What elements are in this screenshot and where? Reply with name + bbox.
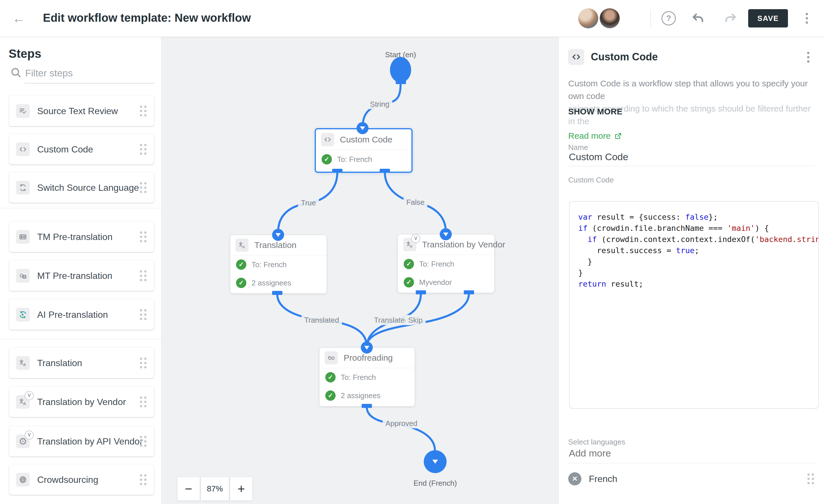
zoom-in-button[interactable]: + [230, 477, 252, 501]
kebab-icon [806, 13, 808, 15]
sidebar-item-label: TM Pre-translation [37, 232, 112, 242]
app-header: ← Edit workflow template: New workflow ?… [0, 0, 824, 37]
mt-pretranslation-icon: GA [16, 269, 30, 283]
panel-menu-button[interactable] [801, 50, 815, 65]
sidebar-item-tm-pretranslation[interactable]: TM Pre-translation [9, 222, 154, 252]
step-inspector-panel: Custom Code Custom Code is a workflow st… [558, 36, 824, 504]
proofreading-icon [325, 351, 338, 365]
sidebar-item-source-text-review[interactable]: Source Text Review [9, 96, 154, 126]
code-editor[interactable]: var result = {success: false};if (crowdi… [569, 201, 819, 409]
languages-underline [568, 463, 815, 464]
input-connector[interactable] [356, 122, 369, 134]
vendor-badge: V [25, 430, 34, 440]
sidebar-item-label: Custom Code [37, 144, 93, 155]
drag-handle[interactable] [140, 474, 146, 485]
sidebar-item-label: Translation by API Vendor [37, 436, 143, 447]
search-underline [25, 83, 154, 84]
filter-steps-input[interactable] [25, 66, 155, 80]
input-connector[interactable] [272, 229, 284, 241]
output-port-translated[interactable] [416, 290, 426, 294]
sidebar-item-translation[interactable]: A Translation [9, 348, 154, 378]
drag-handle[interactable] [140, 396, 146, 407]
redo-icon [723, 11, 738, 26]
drag-handle[interactable] [140, 182, 146, 193]
output-port-skip[interactable] [464, 290, 474, 294]
svg-text:A: A [23, 275, 25, 278]
check-icon: ✓ [322, 154, 332, 165]
node-setting: To: French [341, 373, 376, 382]
sidebar-item-custom-code[interactable]: Custom Code [9, 134, 154, 165]
save-button[interactable]: SAVE [748, 9, 788, 27]
header-menu-button[interactable] [799, 10, 815, 26]
edge-label-true: True [298, 198, 319, 208]
end-node-label: End (French) [413, 479, 457, 488]
redo-button[interactable] [722, 10, 738, 26]
group-divider [0, 208, 161, 208]
add-language-input[interactable] [568, 447, 815, 459]
arrow-left-icon: ← [12, 11, 25, 26]
drag-handle[interactable] [140, 436, 146, 447]
vendor-badge: V [411, 234, 420, 243]
output-port-true[interactable] [332, 169, 342, 173]
start-output-port[interactable] [396, 80, 406, 84]
remove-language-button[interactable]: ✕ [568, 472, 581, 485]
output-port-false[interactable] [380, 169, 390, 173]
node-title: Custom Code [340, 135, 392, 144]
vendor-badge: V [25, 391, 34, 400]
select-languages-label: Select languages [568, 438, 625, 446]
code-field-label: Custom Code [568, 176, 614, 185]
step-description: Custom Code is a workflow step that allo… [568, 77, 814, 127]
sidebar-item-switch-source-language[interactable]: Switch Source Language [9, 173, 154, 203]
sidebar-item-label: Source Text Review [37, 106, 118, 116]
check-icon: ✓ [325, 372, 336, 383]
drag-handle[interactable] [807, 473, 814, 484]
external-link-icon [614, 131, 623, 140]
back-button[interactable]: ← [11, 11, 26, 26]
end-node[interactable] [424, 450, 447, 473]
page-title: Edit workflow template: New workflow [43, 11, 251, 24]
input-connector[interactable] [440, 228, 452, 240]
avatar[interactable] [600, 8, 620, 28]
edge-label-approved: Approved [383, 418, 420, 428]
name-input[interactable] [568, 151, 815, 163]
sidebar-item-mt-pretranslation[interactable]: GA MT Pre-translation [9, 261, 154, 291]
input-connector[interactable] [361, 341, 373, 354]
drag-handle[interactable] [140, 231, 146, 242]
node-custom-code[interactable]: Custom Code ✓ To: French [315, 128, 413, 173]
node-setting: Myvendor [419, 278, 452, 287]
check-icon: ✓ [236, 278, 246, 288]
output-port-approved[interactable] [362, 404, 372, 408]
output-port[interactable] [272, 291, 282, 295]
code-icon [568, 49, 584, 65]
sidebar-item-ai-pretranslation[interactable]: AI Pre-translation [9, 299, 154, 330]
drag-handle[interactable] [140, 358, 146, 369]
node-proofreading[interactable]: Proofreading ✓ To: French ✓ 2 assignees [319, 347, 415, 406]
sidebar-item-label: MT Pre-translation [37, 271, 112, 281]
help-icon: ? [661, 11, 676, 25]
start-node[interactable] [390, 57, 411, 83]
drag-handle[interactable] [140, 270, 146, 281]
drag-handle[interactable] [140, 309, 146, 320]
avatar[interactable] [578, 8, 598, 28]
node-setting: 2 assignees [341, 391, 381, 400]
sidebar-item-translation-by-vendor[interactable]: A V Translation by Vendor [9, 387, 154, 417]
drag-handle[interactable] [140, 106, 146, 116]
read-more-link[interactable]: Read more [568, 131, 623, 141]
sidebar-item-translation-by-api-vendor[interactable]: ⚙ V Translation by API Vendor [9, 426, 154, 457]
sidebar-item-label: Crowdsourcing [37, 475, 98, 485]
node-translation[interactable]: A Translation ✓ To: French ✓ 2 assignees [230, 235, 327, 294]
drag-handle[interactable] [140, 144, 146, 155]
code-icon [321, 133, 334, 146]
sidebar-item-label: Translation [37, 358, 82, 369]
workflow-canvas[interactable]: String True False Translated Translated … [161, 36, 558, 504]
name-field-label: Name [568, 143, 588, 152]
sidebar-item-crowdsourcing[interactable]: Crowdsourcing [9, 465, 154, 495]
sidebar-item-label: Switch Source Language [37, 183, 139, 193]
undo-button[interactable] [690, 10, 706, 26]
help-button[interactable]: ? [660, 10, 677, 26]
panel-title: Custom Code [591, 51, 658, 63]
edge-label-translated: Translated [301, 315, 342, 325]
node-translation-by-vendor[interactable]: A V Translation by Vendor ✓ To: French ✓… [398, 234, 494, 293]
zoom-out-button[interactable]: − [177, 477, 200, 501]
show-more-button[interactable]: SHOW MORE [568, 107, 623, 116]
